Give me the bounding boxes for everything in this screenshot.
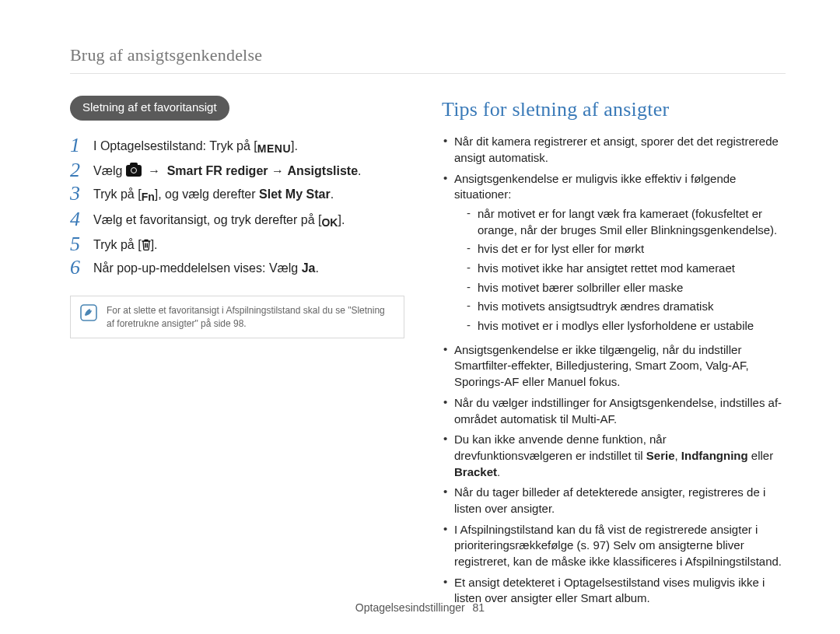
- tip-item: Når dit kamera registrerer et ansigt, sp…: [442, 131, 786, 168]
- page: Brug af ansigtsgenkendelse Sletning af e…: [0, 0, 840, 634]
- tip-bold: Bracket: [454, 465, 497, 478]
- right-column: Tips for sletning af ansigter Når dit ka…: [442, 96, 786, 609]
- note-text: For at slette et favoritansigt i Afspiln…: [107, 304, 394, 330]
- tip-item: Når du tager billeder af detekterede ans…: [442, 482, 786, 519]
- tips-sublist: når motivet er for langt væk fra kamerae…: [467, 205, 786, 336]
- svg-point-1: [90, 309, 92, 310]
- step-2: Vælg → Smart FR rediger → Ansigtsliste.: [70, 159, 404, 183]
- ok-icon: OK: [321, 215, 338, 230]
- tips-heading: Tips for sletning af ansigter: [442, 96, 786, 124]
- tip-item: Ansigtsgenkendelse er ikke tilgængelig, …: [442, 340, 786, 393]
- step-6: Når pop-up-meddelelsen vises: Vælg Ja.: [70, 257, 404, 280]
- step-text: .: [358, 164, 361, 177]
- step-bold: Ja: [302, 261, 316, 275]
- trash-icon: [142, 239, 151, 250]
- note-box: For at slette et favoritansigt i Afspiln…: [70, 296, 404, 338]
- step-text: ], og vælg derefter: [155, 187, 259, 201]
- page-number: 81: [473, 601, 485, 614]
- step-text: Når pop-up-meddelelsen vises: Vælg: [93, 261, 302, 275]
- note-icon: [80, 304, 97, 321]
- step-text: →: [268, 164, 288, 177]
- section-pill: Sletning af et favoritansigt: [70, 96, 229, 121]
- tip-subitem: hvis motivet er i modlys eller lysforhol…: [467, 317, 786, 336]
- menu-icon: MENU: [257, 142, 291, 156]
- step-3: Tryk på [Fn], og vælg derefter Slet My S…: [70, 183, 404, 208]
- camera-icon: [126, 165, 142, 177]
- tip-subitem: hvis motivet bærer solbriller eller mask…: [467, 278, 786, 298]
- step-1: I Optagelsestilstand: Tryk på [MENU].: [70, 135, 404, 159]
- step-4: Vælg et favoritansigt, og tryk derefter …: [70, 208, 404, 233]
- tip-item: Du kan ikke anvende denne funktion, når …: [442, 429, 786, 482]
- step-text: Vælg et favoritansigt, og tryk derefter …: [93, 213, 321, 226]
- tip-subitem: hvis motivet ikke har ansigtet rettet mo…: [467, 259, 786, 278]
- fn-icon: Fn: [142, 190, 155, 205]
- tip-text: Ansigtsgenkendelse er muligvis ikke effe…: [454, 172, 736, 201]
- tip-bold: Serie: [646, 449, 675, 462]
- step-text: Vælg: [93, 164, 126, 177]
- breadcrumb: Brug af ansigtsgenkendelse: [70, 44, 786, 74]
- footer-label: Optagelsesindstillinger: [355, 601, 465, 614]
- step-text: Tryk på [: [93, 238, 142, 251]
- arrow-icon: →: [145, 164, 164, 177]
- step-bold: Ansigtsliste: [287, 164, 358, 177]
- tip-subitem: når motivet er for langt væk fra kamerae…: [467, 205, 786, 240]
- step-text: .: [315, 261, 318, 275]
- page-footer: Optagelsesindstillinger 81: [0, 601, 840, 615]
- step-bold: Slet My Star: [259, 187, 331, 201]
- step-text: I Optagelsestilstand: Tryk på [: [93, 139, 257, 152]
- left-column: Sletning af et favoritansigt I Optagelse…: [70, 96, 404, 609]
- step-bold: Smart FR rediger: [167, 164, 268, 177]
- two-column-layout: Sletning af et favoritansigt I Optagelse…: [70, 96, 786, 609]
- step-5: Tryk på [].: [70, 233, 404, 257]
- step-text: ].: [151, 238, 158, 251]
- tip-item: Når du vælger indstillinger for Ansigtsg…: [442, 393, 786, 429]
- tip-subitem: hvis det er for lyst eller for mørkt: [467, 240, 786, 259]
- tip-subitem: hvis motivets ansigtsudtryk ændres drama…: [467, 297, 786, 317]
- tip-item: I Afspilningstilstand kan du få vist de …: [442, 520, 786, 573]
- tip-bold: Indfangning: [681, 449, 748, 462]
- step-text: ].: [338, 213, 345, 226]
- tips-list: Når dit kamera registrerer et ansigt, sp…: [442, 131, 786, 609]
- tip-text: ,: [675, 449, 681, 462]
- step-text: .: [331, 187, 334, 201]
- steps-list: I Optagelsestilstand: Tryk på [MENU]. Væ…: [70, 135, 404, 280]
- tip-text: .: [497, 465, 500, 478]
- tip-item: Ansigtsgenkendelse er muligvis ikke effe…: [442, 169, 786, 340]
- step-text: ].: [291, 139, 298, 152]
- step-text: Tryk på [: [93, 187, 142, 201]
- tip-text: Du kan ikke anvende denne funktion, når …: [454, 433, 667, 462]
- tip-text: eller: [748, 449, 774, 462]
